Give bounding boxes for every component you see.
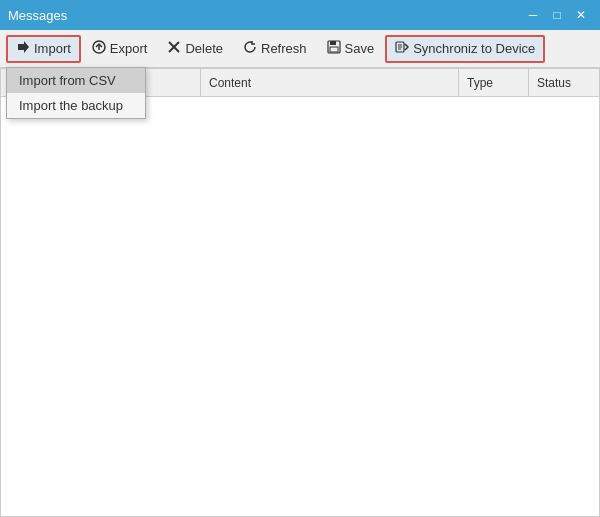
export-icon [92,40,106,57]
svg-marker-0 [18,41,29,53]
svg-rect-7 [330,47,338,52]
col-content-header[interactable]: Content [201,69,459,96]
import-label: Import [34,41,71,56]
import-csv-item[interactable]: Import from CSV [7,68,145,93]
toolbar: Import Export Delete Re [0,30,600,68]
close-button[interactable]: ✕ [570,5,592,25]
title-bar: Messages ─ □ ✕ [0,0,600,30]
delete-label: Delete [185,41,223,56]
delete-icon [167,40,181,57]
refresh-button[interactable]: Refresh [234,35,316,63]
save-label: Save [345,41,375,56]
import-backup-item[interactable]: Import the backup [7,93,145,118]
main-content: Created Time Content Type Status [0,68,600,517]
svg-rect-6 [330,41,336,45]
import-dropdown: Import from CSV Import the backup [6,67,146,119]
window-controls: ─ □ ✕ [522,5,592,25]
window-title: Messages [8,8,67,23]
sync-icon [395,40,409,57]
col-type-header[interactable]: Type [459,69,529,96]
export-label: Export [110,41,148,56]
col-status-header[interactable]: Status [529,69,599,96]
sync-label: Synchroniz to Device [413,41,535,56]
save-button[interactable]: Save [318,35,384,63]
export-button[interactable]: Export [83,35,157,63]
import-icon [16,40,30,57]
maximize-button[interactable]: □ [546,5,568,25]
refresh-icon [243,40,257,57]
dropdown-menu: Import from CSV Import the backup [6,67,146,119]
refresh-label: Refresh [261,41,307,56]
minimize-button[interactable]: ─ [522,5,544,25]
import-button[interactable]: Import [6,35,81,63]
sync-button[interactable]: Synchroniz to Device [385,35,545,63]
save-icon [327,40,341,57]
delete-button[interactable]: Delete [158,35,232,63]
table-body [1,97,599,516]
